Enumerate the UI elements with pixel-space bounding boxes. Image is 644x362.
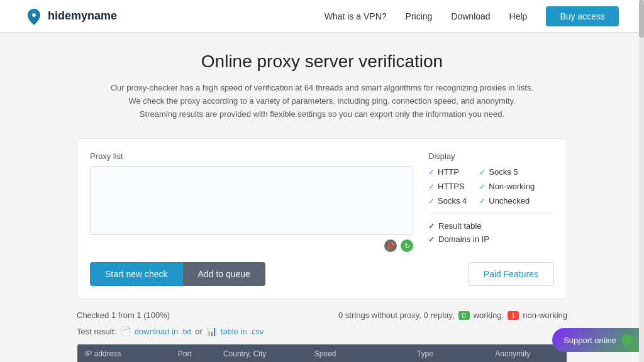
col-speed: Speed [307, 344, 409, 362]
start-check-button[interactable]: Start new check [90, 262, 183, 286]
check-http: ✓ HTTP [428, 167, 467, 177]
check-https-icon: ✓ [428, 182, 435, 191]
stats-text: 0 strings without proxy, 0 replay, [338, 310, 455, 320]
check-unchecked-label: Unchecked [489, 196, 530, 206]
check-col-1: ✓ HTTP ✓ HTTPS ✓ Socks 4 [428, 167, 467, 206]
results-header: Checked 1 from 1 (100%) 0 strings withou… [77, 310, 567, 320]
results-stats: 0 strings without proxy, 0 replay, 0 wor… [338, 310, 567, 320]
nav-download[interactable]: Download [451, 11, 490, 21]
check-domains-icon: ✓ [428, 234, 435, 244]
textarea-actions: 📌 ↻ [90, 239, 413, 252]
table-header-row: IP address Port Country, City Speed Type… [77, 344, 567, 362]
nav-what-is-vpn[interactable]: What is a VPN? [325, 11, 387, 21]
display-label: Display [428, 151, 554, 161]
support-icon [621, 334, 633, 346]
divider [428, 213, 554, 214]
tool-panel: Proxy list 📌 ↻ Display ✓ HTTP [77, 138, 567, 299]
proxy-textarea[interactable] [90, 166, 413, 235]
check-socks4-icon: ✓ [428, 197, 435, 206]
check-domains: ✓ Domains in IP [428, 234, 554, 244]
col-type: Type [409, 344, 487, 362]
results-table: IP address Port Country, City Speed Type… [77, 344, 567, 362]
scrollbar[interactable] [639, 0, 644, 362]
check-https-label: HTTPS [438, 182, 465, 191]
working-badge: 0 [458, 311, 470, 320]
col-port: Port [170, 344, 216, 362]
support-label: Support online [564, 336, 616, 345]
csv-icon: 📊 [206, 326, 217, 336]
nav-pricing[interactable]: Pricing [406, 11, 433, 21]
proxy-label: Proxy list [90, 151, 413, 161]
proxy-section: Proxy list 📌 ↻ [90, 151, 413, 252]
check-http-icon: ✓ [428, 168, 435, 177]
buy-access-button[interactable]: Buy access [546, 6, 619, 26]
check-socks4: ✓ Socks 4 [428, 196, 467, 206]
check-unchecked-icon: ✓ [479, 197, 486, 206]
check-socks4-label: Socks 4 [438, 196, 467, 206]
working-label: working, [474, 310, 504, 320]
txt-icon: 📄 [120, 326, 131, 336]
logo-text: hidemyname [48, 9, 117, 23]
check-domains-label: Domains in IP [438, 234, 489, 244]
page-title: Online proxy server verification [77, 52, 567, 72]
scrollbar-thumb[interactable] [639, 0, 644, 38]
main-content: Online proxy server verification Our pro… [64, 33, 580, 362]
table-csv-link[interactable]: table in .csv [221, 327, 264, 336]
main-nav: What is a VPN? Pricing Download Help Buy… [325, 6, 619, 26]
check-http-label: HTTP [438, 167, 459, 177]
paid-features-button[interactable]: Paid Features [468, 262, 554, 286]
page-description: Our proxy-checker has a high speed of ve… [77, 82, 567, 121]
check-group: ✓ HTTP ✓ HTTPS ✓ Socks 4 [428, 167, 554, 206]
check-result-table: ✓ Result table [428, 221, 554, 231]
check-unchecked: ✓ Unchecked [479, 196, 535, 206]
check-non-working-label: Non-working [489, 182, 535, 191]
check-result-table-icon: ✓ [428, 221, 435, 231]
col-country: Country, City [216, 344, 307, 362]
col-ip: IP address [77, 344, 170, 362]
checked-summary: Checked 1 from 1 (100%) [77, 310, 170, 320]
add-to-queue-button[interactable]: Add to queue [183, 262, 265, 286]
check-non-working: ✓ Non-working [479, 182, 535, 191]
download-txt-link[interactable]: download in .txt [135, 327, 191, 336]
button-row: Start new check Add to queue Paid Featur… [90, 262, 554, 286]
site-header: hidemyname What is a VPN? Pricing Downlo… [0, 0, 644, 33]
logo[interactable]: hidemyname [25, 8, 117, 25]
check-col-2: ✓ Socks 5 ✓ Non-working ✓ Unchecked [479, 167, 535, 206]
test-result-row: Test result: 📄 download in .txt or 📊 tab… [77, 326, 567, 336]
check-non-working-icon: ✓ [479, 182, 486, 191]
test-result-label: Test result: [77, 327, 116, 336]
support-widget[interactable]: Support online [552, 328, 644, 352]
check-result-table-label: Result table [438, 221, 482, 231]
refresh-icon[interactable]: ↻ [401, 239, 413, 252]
nav-help[interactable]: Help [509, 11, 528, 21]
non-working-badge: 1 [508, 311, 519, 320]
display-section: Display ✓ HTTP ✓ HTTPS ✓ Socks [428, 151, 554, 252]
pin-icon[interactable]: 📌 [384, 239, 397, 252]
check-socks5-label: Socks 5 [489, 167, 518, 177]
check-socks5: ✓ Socks 5 [479, 167, 535, 177]
or-label: or [195, 327, 203, 336]
check-socks5-icon: ✓ [479, 168, 486, 177]
table-head: IP address Port Country, City Speed Type… [77, 344, 567, 362]
check-https: ✓ HTTPS [428, 182, 467, 191]
non-working-label: non-working [523, 310, 567, 320]
logo-icon [25, 8, 43, 25]
